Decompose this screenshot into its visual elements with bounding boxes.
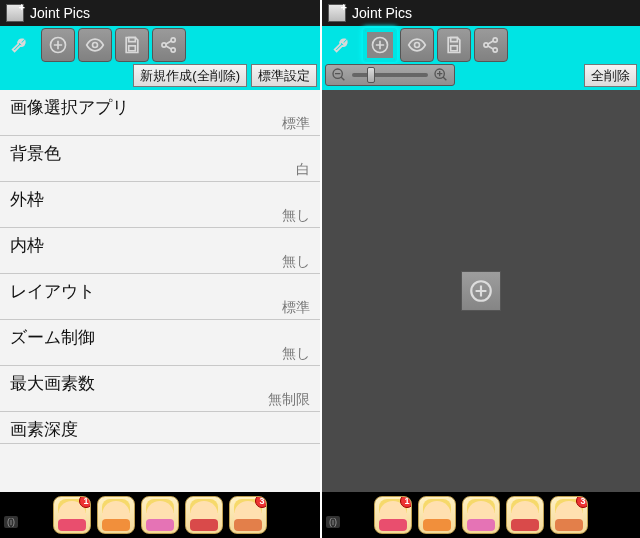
- badge: 1: [400, 496, 412, 508]
- shortcut-bar: (i) 1 3: [0, 492, 320, 538]
- setting-pixel-depth[interactable]: 画素深度: [0, 412, 320, 444]
- setting-value: 標準: [282, 299, 310, 317]
- clear-all-button[interactable]: 全削除: [584, 64, 637, 87]
- setting-label: 画像選択アプリ: [10, 96, 310, 119]
- setting-layout[interactable]: レイアウト 標準: [0, 274, 320, 320]
- svg-rect-3: [129, 46, 136, 51]
- setting-label: 画素深度: [10, 418, 310, 441]
- svg-rect-2: [129, 38, 136, 42]
- zoom-in-icon[interactable]: [428, 67, 454, 83]
- shortcut-item[interactable]: 1: [53, 496, 91, 534]
- add-icon[interactable]: [363, 28, 397, 62]
- titlebar: Joint Pics: [322, 0, 640, 26]
- setting-zoom-control[interactable]: ズーム制御 無し: [0, 320, 320, 366]
- setting-label: 外枠: [10, 188, 310, 211]
- shortcut-item[interactable]: 3: [229, 496, 267, 534]
- setting-outer-frame[interactable]: 外枠 無し: [0, 182, 320, 228]
- toolbar-icons: [322, 26, 640, 64]
- shortcut-item[interactable]: [141, 496, 179, 534]
- wrench-icon[interactable]: [326, 28, 360, 62]
- shortcut-item[interactable]: [97, 496, 135, 534]
- new-button[interactable]: 新規作成(全削除): [133, 64, 247, 87]
- shortcut-item[interactable]: 3: [550, 496, 588, 534]
- settings-list[interactable]: 画像選択アプリ 標準 背景色 白 外枠 無し 内枠 無し レイアウト 標準 ズー…: [0, 90, 320, 492]
- svg-point-8: [415, 43, 420, 48]
- setting-label: 内枠: [10, 234, 310, 257]
- zoom-thumb[interactable]: [367, 67, 375, 83]
- toolbar-zoom-row: 全削除: [322, 64, 640, 90]
- toolbar: 全削除: [322, 26, 640, 90]
- app-title: Joint Pics: [352, 5, 412, 21]
- save-icon[interactable]: [437, 28, 471, 62]
- badge: 1: [79, 496, 91, 508]
- shortcut-item[interactable]: 1: [374, 496, 412, 534]
- shortcut-item[interactable]: [185, 496, 223, 534]
- setting-value: 無し: [282, 345, 310, 363]
- toolbar-text-buttons: 新規作成(全削除) 標準設定: [0, 64, 320, 90]
- setting-label: ズーム制御: [10, 326, 310, 349]
- shortcut-bar: (i) 1 3: [322, 492, 640, 538]
- titlebar: Joint Pics: [0, 0, 320, 26]
- share-icon[interactable]: [152, 28, 186, 62]
- app-title: Joint Pics: [30, 5, 90, 21]
- setting-value: 無し: [282, 253, 310, 271]
- save-icon[interactable]: [115, 28, 149, 62]
- shortcut-item[interactable]: [462, 496, 500, 534]
- shortcut-item[interactable]: [418, 496, 456, 534]
- zoom-slider[interactable]: [325, 64, 455, 86]
- ad-label: (i): [4, 516, 18, 528]
- setting-label: 最大画素数: [10, 372, 310, 395]
- eye-icon[interactable]: [400, 28, 434, 62]
- setting-value: 標準: [282, 115, 310, 133]
- setting-value: 白: [296, 161, 310, 179]
- eye-icon[interactable]: [78, 28, 112, 62]
- badge: 3: [255, 496, 267, 508]
- app-icon: [6, 4, 24, 22]
- add-image-button[interactable]: [461, 271, 501, 311]
- zoom-track[interactable]: [352, 73, 428, 77]
- add-icon[interactable]: [41, 28, 75, 62]
- setting-label: レイアウト: [10, 280, 310, 303]
- share-icon[interactable]: [474, 28, 508, 62]
- wrench-icon[interactable]: [4, 28, 38, 62]
- badge: 3: [576, 496, 588, 508]
- toolbar: 新規作成(全削除) 標準設定: [0, 26, 320, 90]
- setting-bgcolor[interactable]: 背景色 白: [0, 136, 320, 182]
- ad-label: (i): [326, 516, 340, 528]
- shortcut-item[interactable]: [506, 496, 544, 534]
- svg-rect-10: [451, 46, 458, 51]
- setting-max-pixels[interactable]: 最大画素数 無制限: [0, 366, 320, 412]
- svg-point-1: [93, 43, 98, 48]
- canvas-area[interactable]: [322, 90, 640, 492]
- left-pane: Joint Pics 新規作成(全削除) 標準設定 画像: [0, 0, 320, 538]
- right-pane: Joint Pics: [320, 0, 640, 538]
- toolbar-icons: [0, 26, 320, 64]
- setting-value: 無制限: [268, 391, 310, 409]
- setting-inner-frame[interactable]: 内枠 無し: [0, 228, 320, 274]
- svg-rect-9: [451, 38, 458, 42]
- app-icon: [328, 4, 346, 22]
- setting-label: 背景色: [10, 142, 310, 165]
- zoom-out-icon[interactable]: [326, 67, 352, 83]
- setting-value: 無し: [282, 207, 310, 225]
- setting-image-picker[interactable]: 画像選択アプリ 標準: [0, 90, 320, 136]
- defaults-button[interactable]: 標準設定: [251, 64, 317, 87]
